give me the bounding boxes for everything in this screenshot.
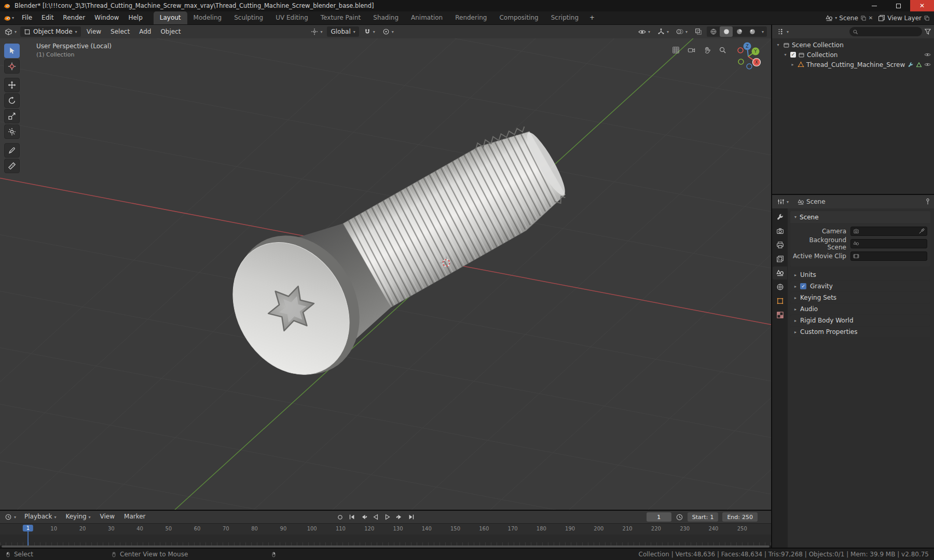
auto-keying-button[interactable] bbox=[335, 512, 345, 522]
expand-icon[interactable]: ▾ bbox=[782, 52, 788, 57]
play-button[interactable] bbox=[382, 512, 393, 522]
perspective-toggle-button[interactable] bbox=[670, 45, 681, 55]
new-scene-icon[interactable] bbox=[860, 15, 867, 21]
workspace-tab-texture-paint[interactable]: Texture Paint bbox=[314, 11, 367, 24]
timeline-body[interactable]: 1020304050607080901001101201301401501601… bbox=[0, 523, 771, 545]
preview-range-icon[interactable] bbox=[676, 513, 683, 521]
timeline-menu-playback[interactable]: Playback ▾ bbox=[20, 510, 61, 524]
workspace-tab-rendering[interactable]: Rendering bbox=[449, 11, 493, 24]
outliner-row-object[interactable]: ▸ Thread_Cutting_Machine_Screw bbox=[772, 60, 934, 69]
next-keyframe-button[interactable] bbox=[394, 512, 405, 522]
camera-picker-field[interactable] bbox=[850, 227, 927, 236]
workspace-tab-scripting[interactable]: Scripting bbox=[545, 11, 585, 24]
search-input[interactable] bbox=[860, 27, 919, 36]
section-audio[interactable]: ▸Audio bbox=[790, 304, 930, 314]
scene-selector[interactable]: ▾ Scene ✕ bbox=[826, 15, 873, 22]
gravity-checkbox[interactable]: ✓ bbox=[800, 283, 806, 289]
transform-orientation-selector[interactable]: Global ▾ bbox=[327, 26, 359, 37]
properties-tab-world[interactable] bbox=[773, 281, 787, 293]
viewport-canvas[interactable]: User Perspective (Local) (1) Collection bbox=[0, 38, 771, 510]
screw-model[interactable] bbox=[208, 97, 588, 398]
viewport-menu-object[interactable]: Object bbox=[156, 25, 185, 38]
section-custom-properties[interactable]: ▸Custom Properties bbox=[790, 327, 930, 337]
menu-render[interactable]: Render bbox=[58, 11, 90, 24]
outliner-search[interactable] bbox=[849, 27, 922, 36]
workspace-tab-animation[interactable]: Animation bbox=[405, 11, 449, 24]
timeline-editor-type-button[interactable]: ▾ bbox=[2, 511, 19, 523]
viewport-menu-view[interactable]: View bbox=[82, 25, 106, 38]
minimize-button[interactable] bbox=[862, 0, 886, 11]
tool-cursor-button[interactable] bbox=[4, 59, 20, 74]
tool-annotate-button[interactable] bbox=[4, 143, 20, 158]
navigation-gizmo[interactable]: Z Y X bbox=[733, 41, 764, 72]
eye-icon[interactable] bbox=[924, 61, 931, 68]
tool-select-button[interactable] bbox=[4, 44, 20, 58]
workspace-tab-layout[interactable]: Layout bbox=[154, 11, 187, 24]
unlink-scene-icon[interactable]: ✕ bbox=[869, 15, 873, 21]
properties-tab-output[interactable] bbox=[773, 239, 787, 251]
jump-to-start-button[interactable] bbox=[347, 512, 357, 522]
current-frame-field[interactable]: 1 bbox=[647, 512, 671, 522]
shading-dropdown[interactable]: ▾ bbox=[759, 26, 767, 37]
timeline-menu-view[interactable]: View bbox=[95, 510, 119, 524]
visibility-dropdown[interactable]: ▾ bbox=[636, 26, 653, 37]
timeline-track[interactable] bbox=[0, 535, 771, 545]
scene-panel-header[interactable]: ▾ Scene bbox=[790, 211, 930, 223]
outliner-editor-type-button[interactable]: ▾ bbox=[775, 26, 791, 37]
tool-transform-button[interactable] bbox=[4, 124, 20, 139]
view-layer-selector[interactable]: View Layer bbox=[878, 15, 930, 22]
close-button[interactable]: ✕ bbox=[910, 0, 934, 11]
properties-tab-tool[interactable] bbox=[773, 211, 787, 223]
workspace-tab-shading[interactable]: Shading bbox=[367, 11, 405, 24]
menu-file[interactable]: File bbox=[17, 11, 37, 24]
active-movie-clip-picker-field[interactable] bbox=[850, 251, 927, 261]
shading-solid-button[interactable] bbox=[720, 26, 733, 37]
app-menu-button[interactable]: ▾ bbox=[0, 11, 17, 24]
shading-material-button[interactable] bbox=[733, 26, 746, 37]
new-view-layer-icon[interactable] bbox=[924, 15, 930, 21]
workspace-tab-uv-editing[interactable]: UV Editing bbox=[269, 11, 314, 24]
snapping-toggle[interactable]: ▾ bbox=[361, 26, 378, 37]
outliner-row-scene-collection[interactable]: ▾ Scene Collection bbox=[772, 40, 934, 50]
tool-measure-button[interactable] bbox=[4, 159, 20, 173]
zoom-view-button[interactable] bbox=[717, 45, 727, 55]
collection-checkbox[interactable]: ✓ bbox=[790, 52, 796, 58]
section-units[interactable]: ▸Units bbox=[790, 270, 930, 280]
pivot-point-button[interactable]: ▾ bbox=[308, 26, 325, 37]
play-reverse-button[interactable] bbox=[370, 512, 381, 522]
workspace-tab-modeling[interactable]: Modeling bbox=[187, 11, 228, 24]
maximize-button[interactable] bbox=[886, 0, 910, 11]
properties-tab-viewlayer[interactable] bbox=[773, 253, 787, 265]
shading-rendered-button[interactable] bbox=[746, 26, 759, 37]
expand-icon[interactable]: ▸ bbox=[790, 62, 795, 67]
pan-view-button[interactable] bbox=[702, 45, 712, 55]
eye-icon[interactable] bbox=[924, 51, 931, 58]
properties-tab-object[interactable] bbox=[773, 295, 787, 307]
shading-wireframe-button[interactable] bbox=[707, 26, 720, 37]
properties-tab-texture[interactable] bbox=[773, 309, 787, 321]
modifier-wrench-icon[interactable] bbox=[908, 62, 914, 68]
properties-editor-type-button[interactable]: ▾ bbox=[775, 196, 791, 207]
add-workspace-button[interactable]: + bbox=[585, 11, 599, 24]
workspace-tab-sculpting[interactable]: Sculpting bbox=[228, 11, 269, 24]
properties-tab-scene[interactable] bbox=[773, 267, 787, 279]
outliner-row-collection[interactable]: ▾ ✓ Collection bbox=[772, 50, 934, 60]
filter-icon[interactable] bbox=[924, 28, 931, 35]
section-gravity[interactable]: ▸✓Gravity bbox=[790, 281, 930, 291]
menu-window[interactable]: Window bbox=[90, 11, 123, 24]
overlays-dropdown[interactable]: ▾ bbox=[674, 26, 690, 37]
frame-end-field[interactable]: End: 250 bbox=[722, 512, 758, 522]
mode-selector[interactable]: Object Mode ▾ bbox=[20, 26, 81, 37]
section-keying-sets[interactable]: ▸Keying Sets bbox=[790, 292, 930, 303]
section-rigid-body-world[interactable]: ▸Rigid Body World bbox=[790, 315, 930, 326]
eyedropper-icon[interactable] bbox=[918, 228, 925, 234]
menu-help[interactable]: Help bbox=[123, 11, 147, 24]
proportional-editing-toggle[interactable]: ▾ bbox=[380, 26, 396, 37]
pin-icon[interactable] bbox=[924, 198, 931, 205]
playhead[interactable]: 1 bbox=[23, 525, 33, 531]
timeline-menu-keying[interactable]: Keying ▾ bbox=[61, 510, 95, 524]
editor-type-button[interactable]: ▾ bbox=[2, 26, 19, 37]
workspace-tab-compositing[interactable]: Compositing bbox=[493, 11, 544, 24]
camera-view-button[interactable] bbox=[686, 45, 696, 55]
properties-tab-render[interactable] bbox=[773, 225, 787, 237]
